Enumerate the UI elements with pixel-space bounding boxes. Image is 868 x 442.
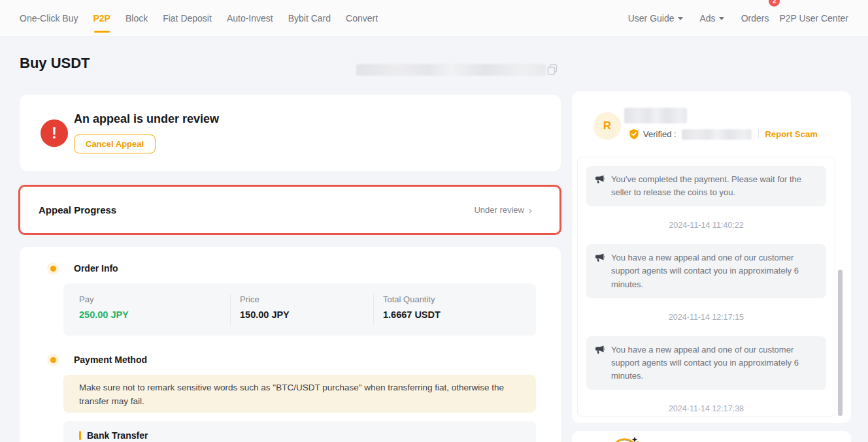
- order-details-card: Order Info Pay 250.00 JPY Price 150.00 J…: [20, 247, 561, 442]
- chevron-down-icon: [719, 17, 724, 20]
- chat-timestamp: 2024-11-14 11:40:22: [586, 221, 826, 230]
- chat-timestamp: 2024-11-14 12:17:15: [586, 313, 826, 322]
- counterparty-avatar[interactable]: R: [593, 112, 621, 140]
- system-message: You have a new appeal and one of our cus…: [586, 336, 826, 390]
- verified-row: Verified : Report Scam: [629, 129, 818, 140]
- chevron-down-icon: [678, 17, 683, 20]
- payment-warning-note: Make sure not to remark sensitive words …: [63, 375, 536, 413]
- system-message: You've completed the payment. Please wai…: [586, 166, 826, 206]
- nav-item-p2p[interactable]: P2P: [93, 1, 110, 35]
- appeal-progress-row[interactable]: Appeal Progress Under review ›: [18, 185, 561, 235]
- copy-icon[interactable]: [547, 64, 558, 76]
- total-quantity-label: Total Quantity: [383, 294, 435, 304]
- divider: [758, 130, 759, 138]
- chat-timestamp: 2024-11-14 12:17:38: [586, 404, 826, 413]
- chat-input-area: [572, 431, 851, 442]
- bank-transfer-label: Bank Transfer: [87, 430, 148, 441]
- page-title: Buy USDT: [20, 55, 90, 72]
- cancel-appeal-button[interactable]: Cancel Appeal: [74, 134, 156, 153]
- appeal-banner-title: An appeal is under review: [74, 112, 219, 126]
- top-navigation: One-Click Buy P2P Block Fiat Deposit Aut…: [0, 0, 868, 37]
- chat-scrollbar-thumb[interactable]: [838, 270, 843, 416]
- megaphone-icon: [595, 174, 605, 185]
- section-bullet-icon: [50, 357, 56, 363]
- price-label: Price: [240, 294, 259, 304]
- nav-item-user-guide[interactable]: User Guide: [628, 1, 683, 35]
- divider: [230, 294, 231, 325]
- chat-panel: R Verified : Report Scam You've complete…: [572, 91, 851, 423]
- nav-item-orders[interactable]: Orders 2: [741, 1, 769, 35]
- nav-item-bybit-card[interactable]: Bybit Card: [288, 1, 331, 35]
- report-scam-link[interactable]: Report Scam: [765, 129, 818, 139]
- redacted-counterparty-name: [624, 108, 687, 123]
- redacted-verified-name: [682, 129, 752, 140]
- nav-item-convert[interactable]: Convert: [346, 1, 378, 35]
- nav-item-ads[interactable]: Ads: [700, 1, 724, 35]
- chevron-right-icon: ›: [529, 204, 532, 215]
- order-info-box: Pay 250.00 JPY Price 150.00 JPY Total Qu…: [63, 283, 536, 336]
- payment-method-section-title: Payment Method: [74, 355, 147, 365]
- pay-value: 250.00 JPY: [79, 309, 129, 320]
- nav-item-fiat-deposit[interactable]: Fiat Deposit: [163, 1, 212, 35]
- section-bullet-icon: [50, 266, 56, 272]
- appeal-progress-label: Appeal Progress: [39, 204, 116, 215]
- pay-label: Pay: [79, 294, 93, 304]
- verified-label: Verified :: [643, 129, 676, 139]
- order-info-section-title: Order Info: [74, 263, 118, 274]
- redacted-order-number: [356, 64, 546, 76]
- appeal-progress-status: Under review ›: [474, 204, 532, 215]
- nav-item-block[interactable]: Block: [125, 1, 148, 35]
- emoji-icon[interactable]: [609, 434, 641, 442]
- system-message: You have a new appeal and one of our cus…: [586, 244, 826, 298]
- nav-left-group: One-Click Buy P2P Block Fiat Deposit Aut…: [20, 1, 378, 35]
- divider: [373, 294, 374, 325]
- nav-item-p2p-user-center[interactable]: P2P User Center: [779, 1, 848, 35]
- chat-message-list: You've completed the payment. Please wai…: [577, 157, 835, 417]
- nav-right-group: User Guide Ads Orders 2 P2P User Center: [628, 1, 848, 35]
- megaphone-icon: [595, 253, 605, 263]
- orders-count-badge: 2: [769, 0, 780, 7]
- nav-item-one-click-buy[interactable]: One-Click Buy: [20, 1, 78, 35]
- appeal-banner-card: ! An appeal is under review Cancel Appea…: [20, 95, 561, 171]
- accent-bar-icon: [79, 431, 81, 440]
- total-quantity-value: 1.6667 USDT: [383, 309, 441, 320]
- nav-item-auto-invest[interactable]: Auto-Invest: [227, 1, 273, 35]
- price-value: 150.00 JPY: [240, 309, 290, 320]
- verified-shield-icon: [629, 129, 639, 140]
- megaphone-icon: [595, 345, 605, 355]
- alert-exclamation-icon: !: [41, 119, 68, 147]
- bank-transfer-box: Bank Transfer: [63, 421, 536, 442]
